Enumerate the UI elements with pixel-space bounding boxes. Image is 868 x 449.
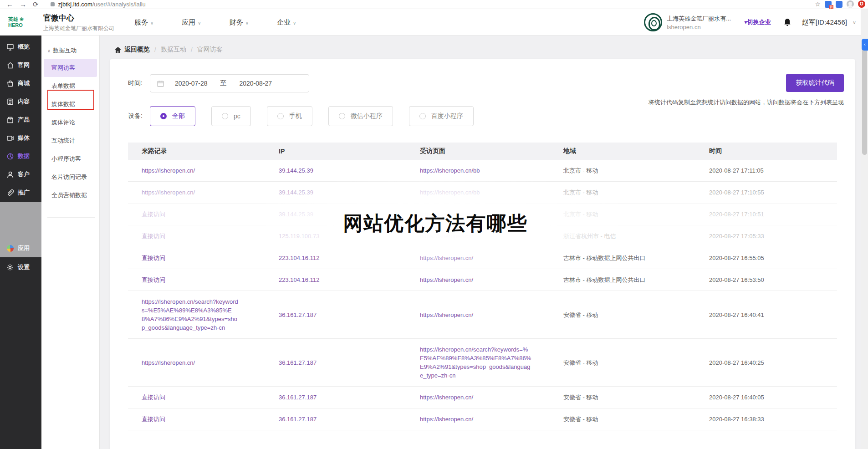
cell-page[interactable]: https://lsheropen.cn/ — [420, 210, 531, 219]
mall-icon — [6, 80, 14, 87]
reload-icon[interactable]: ⟳ — [33, 1, 39, 8]
cell-time: 2020-08-27 16:53:50 — [709, 276, 837, 284]
table-row: https://lsheropen.cn/search?keywords=%E5… — [128, 291, 837, 339]
cell-ip[interactable]: 36.161.27.187 — [279, 358, 420, 367]
device-option-pc[interactable]: pc — [211, 106, 251, 126]
cell-ip[interactable]: 39.144.25.39 — [279, 166, 420, 175]
device-option-百度小程序[interactable]: 百度小程序 — [409, 106, 474, 126]
browser-menu-icon[interactable]: O — [858, 0, 865, 8]
divider — [47, 217, 95, 218]
cell-page[interactable]: https://lsheropen.cn/ — [420, 415, 531, 423]
back-icon[interactable]: ← — [6, 1, 13, 8]
chevron-down-icon: ∨ — [293, 20, 296, 26]
cell-time: 2020-08-27 17:10:55 — [709, 188, 837, 197]
browser-profile-icon[interactable] — [847, 0, 854, 8]
sidebar-item-数据[interactable]: 数据 — [0, 147, 41, 165]
chevron-down-icon: ∨ — [150, 20, 153, 26]
cell-ip[interactable]: 36.161.27.187 — [279, 415, 420, 423]
cell-source[interactable]: https://lsheropen.cn/ — [142, 188, 238, 197]
cell-ip[interactable]: 39.144.25.39 — [279, 188, 420, 197]
cell-ip[interactable]: 125.119.100.73 — [279, 232, 420, 240]
subsidebar-item-小程序访客[interactable]: 小程序访客 — [41, 150, 99, 168]
sidebar-group-header[interactable]: ∧数据互动 — [41, 36, 99, 55]
user-menu[interactable]: 赵军[ID:42456] — [802, 18, 847, 27]
cell-page[interactable]: https://lsheropen.cn/bb — [420, 188, 531, 197]
subsidebar-item-全员营销数据[interactable]: 全员营销数据 — [41, 186, 99, 204]
device-option-微信小程序[interactable]: 微信小程序 — [328, 106, 393, 126]
nav-item-应用[interactable]: 应用∨ — [182, 18, 201, 27]
sidebar-item-推广[interactable]: 推广 — [0, 184, 41, 202]
nav-item-企业[interactable]: 企业∨ — [277, 18, 296, 27]
cell-page[interactable]: https://lsheropen.cn/ — [420, 311, 531, 319]
floating-chat-widget[interactable]: ‹ — [862, 39, 868, 51]
sidebar-item-官网[interactable]: 官网 — [0, 56, 41, 74]
bookmark-star-icon[interactable]: ☆ — [815, 0, 821, 8]
subsidebar-item-官网访客[interactable]: 官网访客 — [44, 59, 97, 77]
scrollbar-thumb[interactable] — [862, 41, 867, 155]
column-header-IP: IP — [279, 148, 420, 155]
extension-icon-2[interactable] — [836, 1, 842, 8]
cell-ip[interactable]: 223.104.16.112 — [279, 276, 420, 284]
cell-source[interactable]: 直接访问 — [142, 232, 238, 240]
device-option-手机[interactable]: 手机 — [267, 106, 312, 126]
date-from[interactable]: 2020-07-28 — [175, 80, 208, 87]
cell-source[interactable]: 直接访问 — [142, 210, 238, 219]
cell-source[interactable]: https://lsheropen.cn/ — [142, 166, 238, 175]
cell-time: 2020-08-27 16:38:33 — [709, 415, 837, 423]
gear-icon — [6, 264, 14, 271]
sidebar-item-settings[interactable]: 设置 — [0, 257, 41, 277]
breadcrumb-item[interactable]: 数据互动 — [161, 46, 186, 54]
device-option-全部[interactable]: 全部 — [150, 106, 195, 126]
cell-source[interactable]: 直接访问 — [142, 415, 238, 423]
cell-source[interactable]: https://lsheropen.cn/ — [142, 358, 238, 367]
get-tracking-code-button[interactable]: 获取统计代码 — [786, 74, 844, 92]
sidebar-item-产品[interactable]: 产品 — [0, 111, 41, 129]
radio-selected-icon — [160, 113, 167, 119]
cell-page[interactable]: https://lsheropen.cn/ — [420, 393, 531, 402]
cell-source[interactable]: 直接访问 — [142, 254, 238, 262]
app-title: 官微中心 — [43, 13, 114, 23]
cell-page[interactable]: https://lsheropen.cn/ — [420, 254, 531, 262]
subsidebar-item-表单数据[interactable]: 表单数据 — [41, 77, 99, 95]
cell-ip[interactable]: 39.144.25.39 — [279, 210, 420, 219]
cell-page[interactable]: https://lsheropen.cn/search?keywords=%E5… — [420, 345, 531, 380]
app-header: 英雄 ❀ HERO 官微中心 上海英雄金笔厂丽水有限公司 服务∨应用∨财务∨企业… — [0, 9, 868, 36]
sidebar-item-概览[interactable]: 概览 — [0, 38, 41, 56]
url-path: /user/#/analysis/lailu — [92, 1, 146, 8]
nav-item-服务[interactable]: 服务∨ — [134, 18, 153, 27]
cell-region: 安徽省 - 移动 — [563, 393, 709, 402]
visitors-table: 来路记录IP受访页面地域时间 https://lsheropen.cn/39.1… — [128, 143, 837, 430]
cell-source[interactable]: https://lsheropen.cn/search?keywords=%E5… — [142, 297, 238, 332]
address-bar[interactable]: zjbtkj.itd.com/user/#/analysis/lailu — [58, 1, 146, 8]
sidebar-item-内容[interactable]: 内容 — [0, 92, 41, 111]
subsidebar-item-互动统计[interactable]: 互动统计 — [41, 132, 99, 150]
cell-page[interactable]: https://lsheropen.cn/ — [420, 232, 531, 240]
cell-ip[interactable]: 36.161.27.187 — [279, 393, 420, 402]
cell-region: 吉林市 - 移动数据上网公共出口 — [563, 276, 709, 284]
switch-company-button[interactable]: ▾切换企业 — [744, 18, 771, 26]
date-to[interactable]: 2020-08-27 — [240, 80, 272, 87]
breadcrumb-home[interactable]: 返回概览 — [124, 46, 150, 54]
device-option-label: 手机 — [289, 112, 302, 120]
org-name: 上海英雄金笔厂丽水有... — [667, 15, 740, 23]
sidebar-item-apps[interactable]: 应用 — [0, 239, 41, 257]
radio-icon — [339, 113, 345, 119]
nav-item-财务[interactable]: 财务∨ — [230, 18, 249, 27]
extension-icon[interactable]: 新 — [825, 1, 832, 8]
cell-page[interactable]: https://lsheropen.cn/ — [420, 276, 531, 284]
cell-source[interactable]: 直接访问 — [142, 393, 238, 402]
date-range-picker[interactable]: 2020-07-28 至 2020-08-27 — [150, 74, 309, 92]
subsidebar-item-媒体数据[interactable]: 媒体数据 — [41, 95, 99, 113]
subsidebar-item-名片访问记录[interactable]: 名片访问记录 — [41, 168, 99, 186]
sidebar-item-商城[interactable]: 商城 — [0, 74, 41, 92]
sidebar-item-媒体[interactable]: 媒体 — [0, 129, 41, 147]
cell-time: 2020-08-27 16:40:05 — [709, 393, 837, 402]
subsidebar-item-媒体评论[interactable]: 媒体评论 — [41, 113, 99, 132]
cell-page[interactable]: https://lsheropen.cn/bb — [420, 166, 531, 175]
cell-ip[interactable]: 36.161.27.187 — [279, 311, 420, 319]
cell-ip[interactable]: 223.104.16.112 — [279, 254, 420, 262]
bell-icon[interactable] — [784, 18, 791, 26]
cell-source[interactable]: 直接访问 — [142, 276, 238, 284]
sidebar-item-客户[interactable]: 客户 — [0, 165, 41, 184]
forward-icon[interactable]: → — [20, 1, 26, 8]
